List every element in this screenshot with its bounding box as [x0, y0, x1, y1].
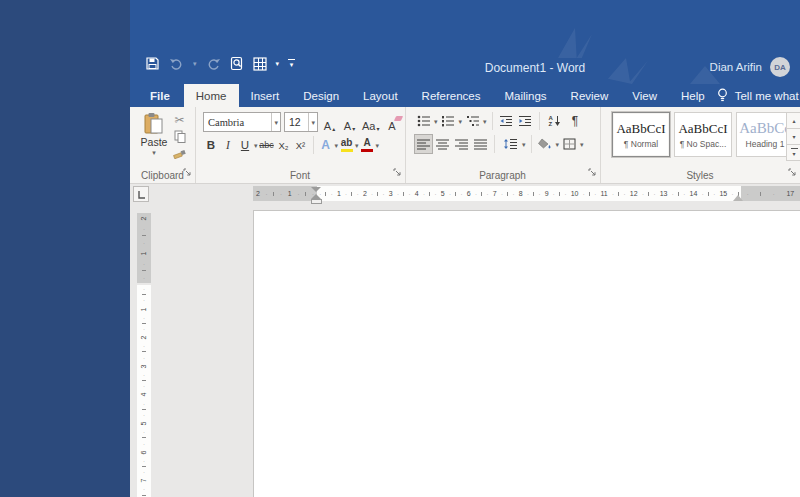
- numbering-dropdown-icon[interactable]: ▾: [459, 118, 463, 125]
- font-color-button[interactable]: A: [360, 135, 375, 155]
- borders-icon[interactable]: [561, 135, 578, 153]
- ruler-text-area: ··1··2··3··4··5··6··7··8··9··10··11··12·…: [317, 186, 741, 201]
- draw-table-icon[interactable]: [253, 57, 267, 71]
- undo-dropdown-icon[interactable]: ▾: [193, 60, 197, 67]
- subscript-button[interactable]: X₂: [276, 135, 292, 155]
- bullets-dropdown-icon[interactable]: ▾: [434, 118, 438, 125]
- customize-quick-access-icon[interactable]: ▾: [288, 59, 295, 68]
- font-family-select[interactable]: Cambria ▾: [203, 112, 281, 132]
- text-effects-dropdown-icon[interactable]: ▾: [335, 142, 339, 149]
- font-size-select[interactable]: 12 ▾: [284, 112, 318, 132]
- underline-dropdown-icon[interactable]: ▾: [254, 142, 258, 149]
- document-page[interactable]: [253, 210, 800, 497]
- align-left-icon[interactable]: [415, 135, 432, 153]
- tab-help[interactable]: Help: [669, 84, 717, 107]
- decrease-indent-icon[interactable]: [498, 112, 515, 130]
- font-size-value: 12: [285, 116, 308, 128]
- quick-access-toolbar: ▾ ▾ ▾: [145, 56, 295, 71]
- numbering-icon[interactable]: [440, 112, 457, 130]
- chevron-down-icon: ▾: [274, 119, 278, 126]
- paste-label: Paste: [141, 136, 168, 148]
- borders-dropdown-icon[interactable]: ▾: [580, 141, 584, 148]
- font-group-label: Font: [195, 170, 405, 181]
- style-card-no-spacing[interactable]: AaBbCcI ¶ No Spac...: [674, 112, 732, 157]
- line-spacing-icon[interactable]: [500, 135, 520, 153]
- lightbulb-icon: [717, 88, 728, 103]
- tab-design[interactable]: Design: [291, 84, 351, 107]
- styles-group: AaBbCcI ¶ Normal AaBbCcI ¶ No Spac... Aa…: [600, 107, 800, 183]
- vertical-ruler-text-area: ··1··2··3··4··5··6··7·: [137, 285, 151, 497]
- styles-scroll-up-icon[interactable]: ▴: [786, 112, 800, 129]
- right-indent-marker[interactable]: [733, 195, 743, 201]
- shading-icon[interactable]: [537, 135, 554, 153]
- font-color-dropdown-icon[interactable]: ▾: [376, 142, 380, 149]
- styles-gallery-scroll: ▴ ▾ ▾: [786, 112, 800, 161]
- horizontal-ruler[interactable]: 2··1·· ··1··2··3··4··5··6··7··8··9··10··…: [130, 186, 800, 201]
- tab-insert[interactable]: Insert: [239, 84, 292, 107]
- text-effects-button[interactable]: A: [318, 135, 334, 155]
- highlight-dropdown-icon[interactable]: ▾: [355, 142, 359, 149]
- styles-gallery: AaBbCcI ¶ Normal AaBbCcI ¶ No Spac... Aa…: [612, 112, 794, 157]
- avatar[interactable]: DA: [770, 57, 790, 77]
- sort-icon[interactable]: AZ: [545, 112, 565, 130]
- increase-indent-icon[interactable]: [517, 112, 534, 130]
- wallpaper-butterfly-decoration: [608, 58, 648, 84]
- title-bar: ▾ ▾ ▾ Document1 - Word Dian Arifin: [130, 0, 800, 84]
- clipboard-dialog-launcher-icon[interactable]: [183, 162, 191, 180]
- italic-button[interactable]: I: [220, 135, 236, 155]
- tab-mailings[interactable]: Mailings: [492, 84, 558, 107]
- bullets-icon[interactable]: [415, 112, 432, 130]
- clear-formatting-button[interactable]: A: [383, 113, 400, 132]
- format-painter-icon[interactable]: [173, 147, 186, 159]
- justify-icon[interactable]: [472, 135, 489, 153]
- superscript-button[interactable]: X²: [293, 135, 309, 155]
- style-card-normal[interactable]: AaBbCcI ¶ Normal: [612, 112, 670, 157]
- align-right-icon[interactable]: [453, 135, 470, 153]
- line-spacing-dropdown-icon[interactable]: ▾: [522, 141, 526, 148]
- paragraph-dialog-launcher-icon[interactable]: [588, 162, 596, 180]
- tab-file[interactable]: File: [136, 84, 184, 107]
- redo-icon[interactable]: [206, 57, 221, 70]
- first-line-indent-marker[interactable]: [311, 187, 321, 192]
- styles-gallery-more-icon[interactable]: ▾: [786, 145, 800, 161]
- bold-button[interactable]: B: [203, 135, 219, 155]
- left-indent-marker[interactable]: [311, 199, 322, 204]
- word-window: ▾ ▾ ▾ Document1 - Word Dian Arifin: [130, 0, 800, 497]
- indent-markers[interactable]: [311, 187, 321, 203]
- cut-icon[interactable]: ✂: [174, 114, 184, 126]
- clipboard-group: Paste ▾ ✂ Clipboard: [130, 107, 196, 183]
- shrink-font-button[interactable]: A▾: [341, 113, 358, 132]
- underline-button[interactable]: U: [237, 135, 253, 155]
- show-hide-marks-button[interactable]: ¶: [567, 112, 584, 130]
- wallpaper-butterfly-decoration: [558, 28, 592, 58]
- align-center-icon[interactable]: [434, 135, 451, 153]
- tell-me-search[interactable]: Tell me what you want to do: [717, 84, 800, 107]
- copy-icon[interactable]: [174, 130, 186, 143]
- shading-dropdown-icon[interactable]: ▾: [556, 141, 560, 148]
- tab-references[interactable]: References: [410, 84, 493, 107]
- font-dialog-launcher-icon[interactable]: [393, 162, 401, 180]
- strikethrough-button[interactable]: abc: [259, 135, 275, 155]
- multilevel-list-icon[interactable]: [464, 112, 481, 130]
- ribbon: Paste ▾ ✂ Clipboard: [130, 107, 800, 184]
- paste-button[interactable]: Paste ▾: [138, 112, 170, 156]
- tab-home[interactable]: Home: [184, 84, 239, 107]
- save-icon[interactable]: [145, 56, 160, 71]
- styles-dialog-launcher-icon[interactable]: [788, 162, 796, 180]
- change-case-button[interactable]: Aa▾: [361, 113, 380, 132]
- styles-scroll-down-icon[interactable]: ▾: [786, 129, 800, 145]
- print-preview-icon[interactable]: [230, 56, 244, 71]
- account-area[interactable]: Dian Arifin DA: [710, 57, 790, 77]
- chevron-down-icon: ▾: [311, 119, 315, 126]
- vertical-ruler[interactable]: 2··1·· ··1··2··3··4··5··6··7·: [137, 211, 151, 497]
- draw-table-dropdown-icon[interactable]: ▾: [276, 60, 280, 67]
- multilevel-dropdown-icon[interactable]: ▾: [483, 118, 487, 125]
- tab-view[interactable]: View: [620, 84, 669, 107]
- tab-layout[interactable]: Layout: [351, 84, 410, 107]
- grow-font-button[interactable]: A▴: [321, 113, 338, 132]
- tab-review[interactable]: Review: [559, 84, 621, 107]
- highlight-color-bar: [341, 149, 353, 152]
- highlight-button[interactable]: ab: [339, 135, 354, 155]
- undo-icon[interactable]: [169, 57, 184, 70]
- paste-dropdown-icon[interactable]: ▾: [152, 149, 156, 156]
